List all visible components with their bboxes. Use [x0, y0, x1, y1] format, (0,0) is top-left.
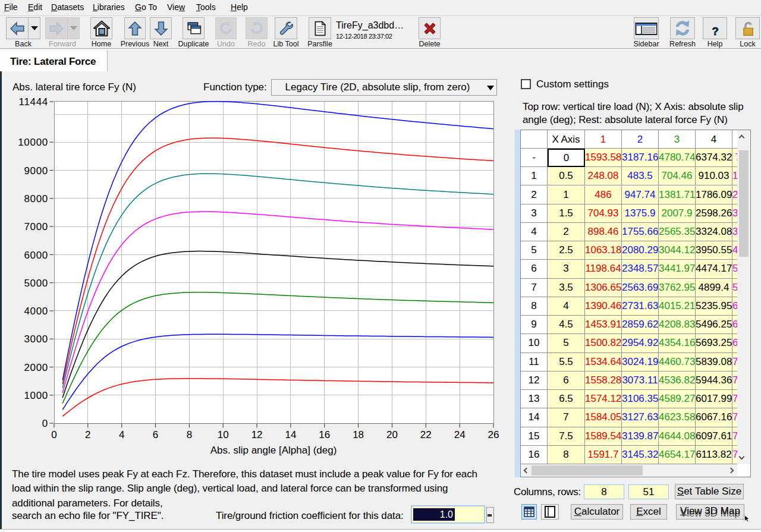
svg-text:20: 20	[386, 429, 398, 440]
svg-text:2: 2	[85, 429, 90, 440]
svg-text:11444: 11444	[18, 96, 48, 108]
svg-text:10000: 10000	[18, 137, 48, 148]
svg-text:22: 22	[420, 429, 432, 440]
svg-text:4: 4	[119, 429, 124, 440]
svg-text:1000: 1000	[24, 390, 48, 401]
svg-text:8: 8	[187, 429, 192, 440]
svg-text:6000: 6000	[24, 250, 48, 261]
svg-text:10: 10	[218, 429, 229, 440]
svg-text:0: 0	[51, 429, 56, 440]
svg-text:9000: 9000	[24, 165, 48, 177]
svg-text:0: 0	[42, 418, 48, 429]
svg-text:2000: 2000	[24, 362, 48, 373]
svg-text:12: 12	[251, 429, 263, 440]
svg-text:Abs. slip angle [Alpha] (deg): Abs. slip angle [Alpha] (deg)	[210, 445, 337, 456]
svg-text:26: 26	[488, 429, 499, 440]
svg-text:16: 16	[319, 429, 330, 440]
svg-text:18: 18	[353, 429, 364, 440]
svg-text:24: 24	[454, 429, 466, 440]
svg-text:6: 6	[153, 429, 158, 440]
svg-text:14: 14	[285, 429, 296, 440]
svg-text:3000: 3000	[24, 333, 48, 345]
svg-text:7000: 7000	[24, 221, 48, 232]
svg-text:4000: 4000	[24, 306, 48, 317]
svg-text:5000: 5000	[24, 278, 48, 289]
svg-text:?: ?	[712, 25, 719, 36]
svg-text:8000: 8000	[24, 193, 48, 204]
